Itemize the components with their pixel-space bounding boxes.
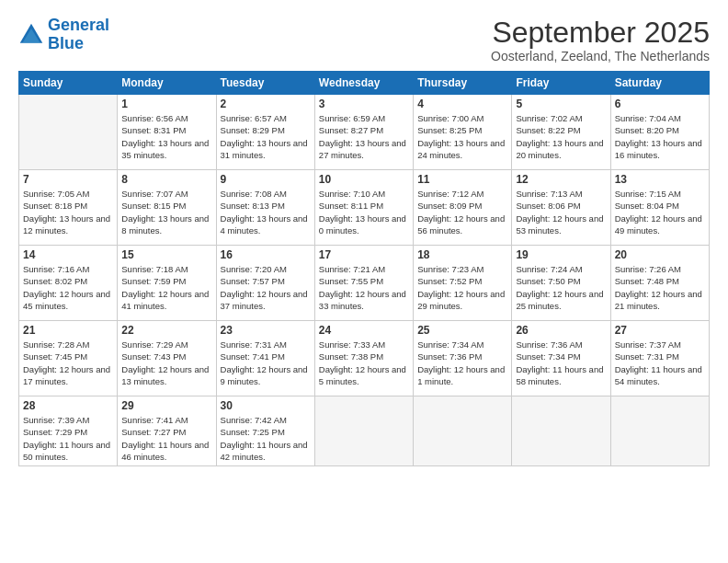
day-info: Sunrise: 7:29 AMSunset: 7:43 PMDaylight:… — [121, 339, 211, 387]
day-info: Sunrise: 7:26 AMSunset: 7:48 PMDaylight:… — [615, 263, 705, 312]
day-info: Sunrise: 7:18 AMSunset: 7:59 PMDaylight:… — [121, 263, 211, 312]
day-number: 20 — [615, 248, 705, 261]
calendar-header-thursday: Thursday — [414, 72, 512, 95]
calendar-header-tuesday: Tuesday — [216, 72, 314, 95]
day-number: 9 — [221, 173, 311, 186]
day-info: Sunrise: 7:23 AMSunset: 7:52 PMDaylight:… — [417, 263, 507, 312]
day-number: 14 — [23, 248, 113, 261]
day-info: Sunrise: 7:00 AMSunset: 8:25 PMDaylight:… — [417, 112, 507, 161]
day-number: 12 — [516, 173, 606, 186]
calendar-cell: 10 Sunrise: 7:10 AMSunset: 8:11 PMDaylig… — [314, 170, 413, 246]
calendar-cell: 18 Sunrise: 7:23 AMSunset: 7:52 PMDaylig… — [414, 246, 512, 321]
calendar-header-wednesday: Wednesday — [314, 72, 413, 95]
day-info: Sunrise: 7:21 AMSunset: 7:55 PMDaylight:… — [319, 263, 409, 312]
calendar-cell: 29 Sunrise: 7:41 AMSunset: 7:27 PMDaylig… — [118, 396, 216, 466]
calendar-cell — [19, 95, 118, 170]
day-number: 17 — [319, 248, 409, 261]
calendar-cell: 7 Sunrise: 7:05 AMSunset: 8:18 PMDayligh… — [19, 170, 118, 246]
calendar-cell: 1 Sunrise: 6:56 AMSunset: 8:31 PMDayligh… — [118, 95, 216, 170]
day-number: 8 — [121, 173, 211, 186]
calendar-cell: 8 Sunrise: 7:07 AMSunset: 8:15 PMDayligh… — [118, 170, 216, 246]
calendar-cell: 9 Sunrise: 7:08 AMSunset: 8:13 PMDayligh… — [216, 170, 314, 246]
calendar-cell: 17 Sunrise: 7:21 AMSunset: 7:55 PMDaylig… — [314, 246, 413, 321]
day-number: 5 — [516, 98, 606, 110]
title-block: September 2025 Oosterland, Zeeland, The … — [491, 17, 710, 63]
day-info: Sunrise: 7:15 AMSunset: 8:04 PMDaylight:… — [615, 188, 705, 236]
calendar-week-3: 14 Sunrise: 7:16 AMSunset: 8:02 PMDaylig… — [19, 246, 710, 321]
calendar-cell: 26 Sunrise: 7:36 AMSunset: 7:34 PMDaylig… — [512, 321, 610, 396]
day-number: 3 — [319, 98, 409, 110]
day-number: 23 — [221, 324, 311, 337]
logo-line1: General — [48, 16, 109, 34]
day-info: Sunrise: 7:07 AMSunset: 8:15 PMDaylight:… — [121, 188, 211, 236]
calendar-cell — [414, 396, 512, 466]
calendar-cell: 27 Sunrise: 7:37 AMSunset: 7:31 PMDaylig… — [610, 321, 709, 396]
calendar-cell: 16 Sunrise: 7:20 AMSunset: 7:57 PMDaylig… — [216, 246, 314, 321]
calendar-header-saturday: Saturday — [610, 72, 709, 95]
day-number: 13 — [615, 173, 705, 186]
day-info: Sunrise: 7:08 AMSunset: 8:13 PMDaylight:… — [221, 188, 311, 236]
month-title: September 2025 — [491, 17, 710, 49]
calendar-cell: 25 Sunrise: 7:34 AMSunset: 7:36 PMDaylig… — [414, 321, 512, 396]
calendar-cell: 24 Sunrise: 7:33 AMSunset: 7:38 PMDaylig… — [314, 321, 413, 396]
calendar-week-4: 21 Sunrise: 7:28 AMSunset: 7:45 PMDaylig… — [19, 321, 710, 396]
day-info: Sunrise: 7:37 AMSunset: 7:31 PMDaylight:… — [615, 339, 705, 387]
calendar-cell: 22 Sunrise: 7:29 AMSunset: 7:43 PMDaylig… — [118, 321, 216, 396]
calendar-header-monday: Monday — [118, 72, 216, 95]
calendar-cell: 21 Sunrise: 7:28 AMSunset: 7:45 PMDaylig… — [19, 321, 118, 396]
calendar-cell: 3 Sunrise: 6:59 AMSunset: 8:27 PMDayligh… — [314, 95, 413, 170]
day-number: 18 — [417, 248, 507, 261]
logo-text: General Blue — [48, 17, 109, 53]
calendar-cell: 19 Sunrise: 7:24 AMSunset: 7:50 PMDaylig… — [512, 246, 610, 321]
calendar-cell — [610, 396, 709, 466]
calendar-cell: 6 Sunrise: 7:04 AMSunset: 8:20 PMDayligh… — [610, 95, 709, 170]
calendar-header-sunday: Sunday — [19, 72, 118, 95]
day-info: Sunrise: 7:13 AMSunset: 8:06 PMDaylight:… — [516, 188, 606, 236]
day-info: Sunrise: 6:56 AMSunset: 8:31 PMDaylight:… — [121, 112, 211, 161]
day-info: Sunrise: 7:20 AMSunset: 7:57 PMDaylight:… — [221, 263, 311, 312]
calendar-cell: 2 Sunrise: 6:57 AMSunset: 8:29 PMDayligh… — [216, 95, 314, 170]
header: General Blue September 2025 Oosterland, … — [18, 17, 710, 63]
day-number: 16 — [221, 248, 311, 261]
subtitle: Oosterland, Zeeland, The Netherlands — [491, 49, 710, 63]
calendar-cell: 12 Sunrise: 7:13 AMSunset: 8:06 PMDaylig… — [512, 170, 610, 246]
day-number: 7 — [23, 173, 113, 186]
day-info: Sunrise: 7:10 AMSunset: 8:11 PMDaylight:… — [319, 188, 409, 236]
day-number: 21 — [23, 324, 113, 337]
day-number: 11 — [417, 173, 507, 186]
day-number: 24 — [319, 324, 409, 337]
day-number: 25 — [417, 324, 507, 337]
day-info: Sunrise: 7:36 AMSunset: 7:34 PMDaylight:… — [516, 339, 606, 387]
calendar-cell — [512, 396, 610, 466]
day-info: Sunrise: 7:04 AMSunset: 8:20 PMDaylight:… — [615, 112, 705, 161]
day-info: Sunrise: 6:59 AMSunset: 8:27 PMDaylight:… — [319, 112, 409, 161]
calendar-cell: 30 Sunrise: 7:42 AMSunset: 7:25 PMDaylig… — [216, 396, 314, 466]
calendar-header-friday: Friday — [512, 72, 610, 95]
calendar-cell: 14 Sunrise: 7:16 AMSunset: 8:02 PMDaylig… — [19, 246, 118, 321]
day-number: 28 — [23, 399, 113, 412]
day-info: Sunrise: 7:31 AMSunset: 7:41 PMDaylight:… — [221, 339, 311, 387]
day-number: 15 — [121, 248, 211, 261]
day-number: 29 — [121, 399, 211, 412]
day-info: Sunrise: 7:24 AMSunset: 7:50 PMDaylight:… — [516, 263, 606, 312]
calendar-cell: 5 Sunrise: 7:02 AMSunset: 8:22 PMDayligh… — [512, 95, 610, 170]
calendar-week-1: 1 Sunrise: 6:56 AMSunset: 8:31 PMDayligh… — [19, 95, 710, 170]
calendar-cell: 4 Sunrise: 7:00 AMSunset: 8:25 PMDayligh… — [414, 95, 512, 170]
day-number: 2 — [221, 98, 311, 110]
day-number: 19 — [516, 248, 606, 261]
calendar-cell: 15 Sunrise: 7:18 AMSunset: 7:59 PMDaylig… — [118, 246, 216, 321]
day-number: 22 — [121, 324, 211, 337]
day-info: Sunrise: 7:39 AMSunset: 7:29 PMDaylight:… — [23, 414, 113, 463]
calendar-cell: 23 Sunrise: 7:31 AMSunset: 7:41 PMDaylig… — [216, 321, 314, 396]
day-number: 6 — [615, 98, 705, 110]
day-info: Sunrise: 7:05 AMSunset: 8:18 PMDaylight:… — [23, 188, 113, 236]
day-number: 30 — [221, 399, 311, 412]
logo-icon — [18, 22, 44, 48]
day-number: 4 — [417, 98, 507, 110]
calendar-cell — [314, 396, 413, 466]
day-info: Sunrise: 6:57 AMSunset: 8:29 PMDaylight:… — [221, 112, 311, 161]
day-info: Sunrise: 7:41 AMSunset: 7:27 PMDaylight:… — [121, 414, 211, 463]
day-info: Sunrise: 7:16 AMSunset: 8:02 PMDaylight:… — [23, 263, 113, 312]
calendar-cell: 28 Sunrise: 7:39 AMSunset: 7:29 PMDaylig… — [19, 396, 118, 466]
day-number: 10 — [319, 173, 409, 186]
